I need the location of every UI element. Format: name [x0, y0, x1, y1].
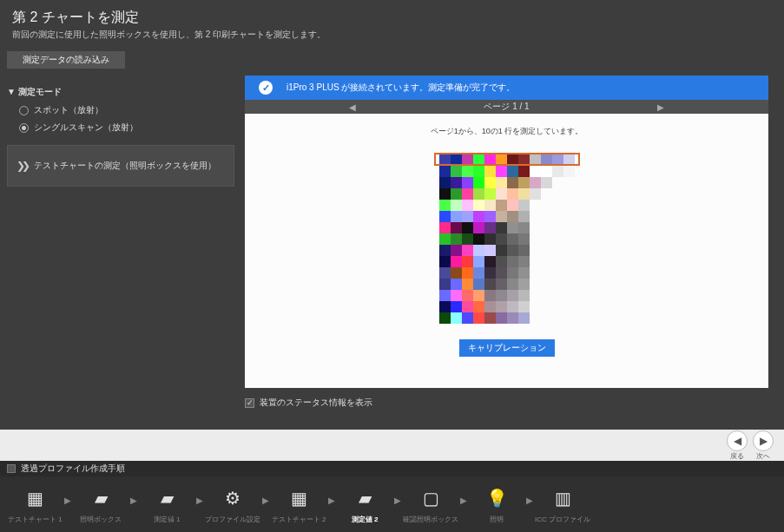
color-patch	[518, 279, 530, 290]
color-patch	[451, 166, 462, 177]
workflow-step-1[interactable]: ▰照明ボックス	[76, 485, 125, 524]
workflow-step-label: ICC プロファイル	[535, 515, 590, 524]
color-patch	[451, 211, 462, 222]
color-patch	[484, 312, 496, 324]
color-patch	[507, 256, 518, 267]
color-patch	[451, 222, 462, 233]
page-header: 第 2 チャートを測定 前回の測定に使用した照明ボックスを使用し、第 2 印刷チ…	[0, 0, 784, 48]
color-patch	[507, 211, 518, 222]
workflow-title: 透過プロファイル作成手順	[21, 463, 125, 475]
back-button[interactable]: ◀	[727, 430, 748, 451]
load-data-button[interactable]: 測定データの読み込み	[7, 51, 125, 69]
patch-row	[439, 233, 575, 245]
right-panel: ✓ i1Pro 3 PLUS が接続されています。測定準備が完了です。 ◀ ペー…	[241, 76, 784, 440]
color-patch	[518, 233, 530, 245]
color-patch	[484, 233, 496, 245]
mode-option-0[interactable]: スポット（放射）	[7, 102, 234, 119]
color-patch	[451, 200, 462, 211]
color-patch	[496, 222, 507, 233]
workflow-arrow-icon: ▶	[326, 496, 337, 514]
color-patch	[439, 211, 451, 222]
workflow-step-icon: ▥	[548, 485, 577, 511]
color-patch	[462, 279, 473, 290]
workflow-step-3[interactable]: ⚙プロファイル設定	[208, 485, 257, 524]
page-subtitle: 前回の測定に使用した照明ボックスを使用し、第 2 印刷チャートを測定します。	[12, 29, 772, 41]
color-patch	[496, 267, 507, 279]
patch-row	[439, 188, 575, 200]
color-patch	[484, 279, 496, 290]
color-patch	[451, 290, 462, 301]
color-patch	[439, 279, 451, 290]
pager: ◀ ページ 1 / 1 ▶	[245, 100, 768, 114]
color-patch	[439, 267, 451, 279]
color-patch	[473, 154, 484, 166]
next-button[interactable]: ▶	[753, 430, 774, 451]
workflow-step-4[interactable]: ▦テストチャート 2	[274, 485, 323, 524]
mode-option-1[interactable]: シングルスキャン（放射）	[7, 119, 234, 136]
color-patch	[507, 279, 518, 290]
status-checkbox[interactable]: ✓	[245, 398, 254, 408]
color-patch	[541, 154, 552, 166]
pager-prev-button[interactable]: ◀	[349, 102, 356, 112]
color-patch	[462, 222, 473, 233]
workflow-step-0[interactable]: ▦テストチャート 1	[10, 485, 59, 524]
workflow-step-label: プロファイル設定	[205, 515, 260, 524]
color-patch	[496, 211, 507, 222]
page-title: 第 2 チャートを測定	[12, 9, 772, 27]
patch-row	[439, 279, 575, 290]
color-patch	[462, 267, 473, 279]
workflow-step-label: 照明ボックス	[80, 515, 122, 524]
color-patch	[473, 222, 484, 233]
patch-row	[439, 245, 575, 256]
workflow-step-icon: ▰	[350, 485, 379, 511]
color-patch	[530, 188, 541, 200]
workflow-step-8[interactable]: ▥ICC プロファイル	[538, 485, 587, 524]
workflow-step-label: 照明	[490, 515, 504, 524]
color-patch	[462, 233, 473, 245]
color-patch	[484, 200, 496, 211]
patch-row	[439, 290, 575, 301]
color-patch	[552, 166, 563, 177]
color-patch	[496, 256, 507, 267]
patch-row	[439, 166, 575, 177]
calibrate-button[interactable]: キャリブレーション	[459, 339, 555, 357]
color-patch	[496, 279, 507, 290]
radio-icon	[19, 123, 29, 133]
patch-row	[439, 267, 575, 279]
color-patch	[462, 200, 473, 211]
chevron-double-right-icon: ❯❯	[16, 160, 27, 172]
workflow-step-6[interactable]: ▢確認照明ボックス	[406, 485, 455, 524]
measure-area: ページ1から、10の1 行を測定しています。 キャリブレーション	[245, 114, 768, 388]
color-patch	[518, 267, 530, 279]
back-label: 戻る	[730, 451, 744, 461]
color-patch	[484, 267, 496, 279]
color-patch	[439, 245, 451, 256]
measure-step-box[interactable]: ❯❯ テストチャートの測定（照明ボックスを使用）	[7, 145, 234, 187]
color-patch	[462, 256, 473, 267]
workflow-arrow-icon: ▶	[458, 496, 469, 514]
color-patch	[518, 256, 530, 267]
color-patch	[439, 312, 451, 324]
workflow-step-7[interactable]: 💡照明	[472, 485, 521, 524]
color-patch	[439, 301, 451, 312]
workflow-step-label: 測定値 2	[352, 515, 379, 524]
color-patch	[439, 200, 451, 211]
pager-next-button[interactable]: ▶	[657, 102, 664, 112]
color-patch	[439, 177, 451, 188]
color-patch	[473, 312, 484, 324]
color-patch	[451, 154, 462, 166]
color-patch	[496, 154, 507, 166]
color-patch	[518, 177, 530, 188]
workflow-step-2[interactable]: ▰測定値 1	[142, 485, 191, 524]
color-patch	[473, 256, 484, 267]
mode-option-label: スポット（放射）	[34, 104, 103, 116]
radio-icon	[19, 106, 29, 115]
color-patch	[496, 233, 507, 245]
nav-strip: ◀ 戻る ▶ 次へ	[0, 430, 784, 461]
workflow-toggle-icon[interactable]	[7, 464, 16, 473]
color-patch	[507, 166, 518, 177]
color-patch	[484, 301, 496, 312]
mode-section-label: ▼ 測定モード	[7, 86, 234, 98]
workflow-step-5[interactable]: ▰測定値 2	[340, 485, 389, 524]
color-patch	[484, 290, 496, 301]
